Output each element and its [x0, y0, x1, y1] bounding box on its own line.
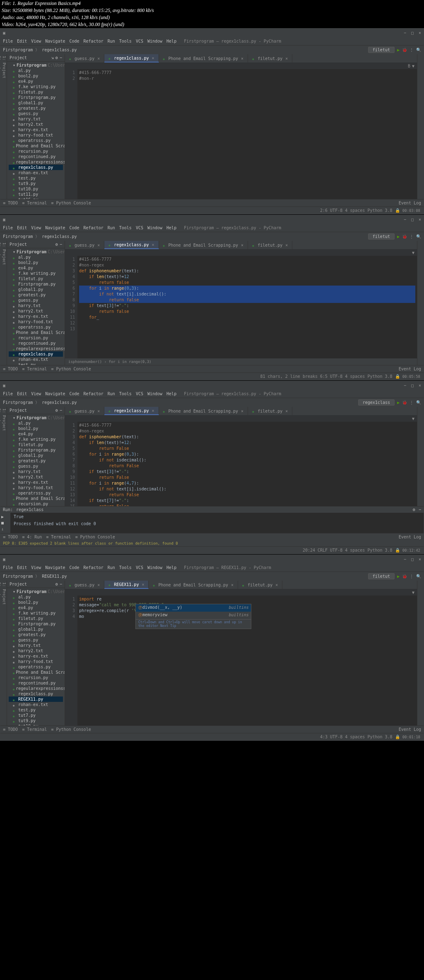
autocomplete-item[interactable]: ⓟ divmod(__x, __y)builtins: [136, 604, 251, 612]
project-file[interactable]: tut11.py: [9, 192, 63, 197]
project-file[interactable]: bool2.py: [9, 600, 63, 605]
bottom-tool-terminal[interactable]: ≡ Terminal: [22, 201, 47, 205]
project-file[interactable]: Phone and Email Scrapping.py: [9, 496, 63, 501]
menu-refactor[interactable]: Refactor: [84, 39, 104, 43]
close-tab-icon[interactable]: ×: [241, 56, 243, 61]
project-file[interactable]: harry2.txt: [9, 122, 63, 127]
project-file[interactable]: harry-food.txt: [9, 485, 63, 490]
breadcrumb-file[interactable]: regex1class.py: [42, 48, 77, 52]
menu-refactor[interactable]: Refactor: [84, 565, 104, 570]
maximize-icon[interactable]: □: [411, 31, 414, 35]
menu-view[interactable]: View: [31, 39, 41, 43]
bottom-tool-todo[interactable]: ≡ TODO: [3, 367, 18, 371]
project-file[interactable]: test.py: [9, 707, 63, 713]
close-tab-icon[interactable]: ×: [231, 583, 234, 587]
project-file[interactable]: filetut.py: [9, 89, 63, 95]
project-file[interactable]: regcontinued.py: [9, 154, 63, 159]
project-file[interactable]: harry-food.txt: [9, 132, 63, 138]
project-file[interactable]: operatrsss.py: [9, 324, 63, 330]
project-file[interactable]: Phone and Email Scrapping.py: [9, 143, 63, 149]
project-file[interactable]: test.py: [9, 175, 63, 181]
editor-tab[interactable]: Phone and Email Scrapping.py×: [149, 581, 238, 589]
menu-code[interactable]: Code: [69, 392, 79, 396]
project-file[interactable]: ex4.py: [9, 265, 63, 271]
project-file[interactable]: global1.py: [9, 100, 63, 106]
editor-tab[interactable]: regex1class.py×: [104, 241, 159, 249]
project-file[interactable]: global1.py: [9, 453, 63, 458]
project-file[interactable]: guess.py: [9, 298, 63, 303]
menu-edit[interactable]: Edit: [17, 392, 27, 396]
bottom-tool-todo[interactable]: ≡ TODO: [3, 201, 18, 205]
bottom-tool-todo[interactable]: ≡ TODO: [3, 535, 18, 539]
menu-edit[interactable]: Edit: [17, 226, 27, 230]
bottom-tool-python console[interactable]: ≡ Python Console: [51, 367, 91, 371]
menu-view[interactable]: View: [31, 565, 41, 570]
breadcrumb-project[interactable]: Firstprogram: [3, 48, 33, 52]
editor-tab[interactable]: filetut.py×: [238, 581, 282, 589]
collapse-icon[interactable]: ⇲: [51, 55, 54, 60]
project-file[interactable]: harry-food.txt: [9, 319, 63, 324]
debug-button[interactable]: 🐞: [402, 48, 407, 52]
menu-tools[interactable]: Tools: [119, 226, 132, 230]
project-file[interactable]: test.py: [9, 362, 63, 365]
menu-refactor[interactable]: Refactor: [84, 392, 104, 396]
editor-tab[interactable]: filetut.py×: [248, 241, 292, 249]
project-file[interactable]: greatest.py: [9, 292, 63, 298]
project-file[interactable]: recursion.py: [9, 501, 63, 506]
close-tab-icon[interactable]: ×: [152, 56, 154, 60]
project-file[interactable]: regeularexpressionss.py: [9, 346, 63, 351]
project-file[interactable]: tut10.py: [9, 723, 63, 725]
project-file[interactable]: harry.txt: [9, 303, 63, 308]
project-file[interactable]: greatest.py: [9, 458, 63, 464]
close-tab-icon[interactable]: ×: [152, 408, 154, 413]
project-file[interactable]: harry-ex.txt: [9, 127, 63, 132]
project-file[interactable]: tut9.py: [9, 718, 63, 723]
bottom-tool-terminal[interactable]: ≡ Terminal: [46, 535, 71, 539]
project-file[interactable]: recursion.py: [9, 675, 63, 680]
stop-icon[interactable]: ■: [1, 521, 10, 525]
menu-file[interactable]: File: [3, 565, 13, 570]
project-file[interactable]: harry-ex.txt: [9, 314, 63, 319]
project-file[interactable]: filetut.py: [9, 276, 63, 281]
editor-tab[interactable]: filetut.py×: [248, 54, 292, 62]
close-tab-icon[interactable]: ×: [142, 582, 144, 587]
bold-icon[interactable]: B: [408, 64, 410, 68]
project-file[interactable]: Firstprogram.py: [9, 621, 63, 627]
project-file[interactable]: Firstprogram.py: [9, 447, 63, 453]
menu-file[interactable]: File: [3, 39, 13, 43]
project-file[interactable]: REGEX11.py: [9, 697, 63, 702]
project-file[interactable]: regex1class.py: [9, 165, 63, 170]
editor-tab[interactable]: guess.py×: [65, 241, 104, 249]
menu-window[interactable]: Window: [147, 39, 162, 43]
project-file[interactable]: al.py: [9, 68, 63, 73]
run-config-dropdown[interactable]: filetut: [368, 233, 395, 240]
editor-tab[interactable]: Phone and Email Scrapping.py×: [159, 407, 248, 415]
project-file[interactable]: bool2.py: [9, 260, 63, 265]
run-button[interactable]: ▶: [397, 234, 400, 239]
editor-tab[interactable]: guess.py×: [65, 54, 104, 62]
project-file[interactable]: tut10.py: [9, 186, 63, 192]
project-file[interactable]: bool2.py: [9, 426, 63, 431]
maximize-icon[interactable]: □: [411, 217, 414, 222]
menu-code[interactable]: Code: [69, 565, 79, 570]
project-file[interactable]: operatrsss.py: [9, 664, 63, 670]
close-tab-icon[interactable]: ×: [275, 583, 278, 587]
bottom-tool-terminal[interactable]: ≡ Terminal: [22, 727, 47, 732]
project-file[interactable]: filetut.py: [9, 442, 63, 447]
minimize-icon[interactable]: −: [404, 31, 406, 35]
project-file[interactable]: al.py: [9, 594, 63, 600]
close-icon[interactable]: ×: [419, 217, 421, 222]
close-tab-icon[interactable]: ×: [285, 243, 288, 247]
project-file[interactable]: Firstprogram.py: [9, 281, 63, 287]
menu-run[interactable]: Run: [108, 392, 115, 396]
menu-navigate[interactable]: Navigate: [45, 392, 65, 396]
more-icon[interactable]: ⋮: [410, 48, 414, 52]
project-root[interactable]: ▾ Firstprogram C:\Users\91948\Pycharm: [9, 589, 63, 594]
menu-run[interactable]: Run: [108, 226, 115, 230]
menu-navigate[interactable]: Navigate: [45, 565, 65, 570]
project-file[interactable]: operatrsss.py: [9, 138, 63, 143]
project-file[interactable]: regex1class.py: [9, 351, 63, 357]
menu-vcs[interactable]: VCS: [136, 565, 143, 570]
menu-edit[interactable]: Edit: [17, 565, 27, 570]
debug-button[interactable]: 🐞: [402, 234, 407, 239]
